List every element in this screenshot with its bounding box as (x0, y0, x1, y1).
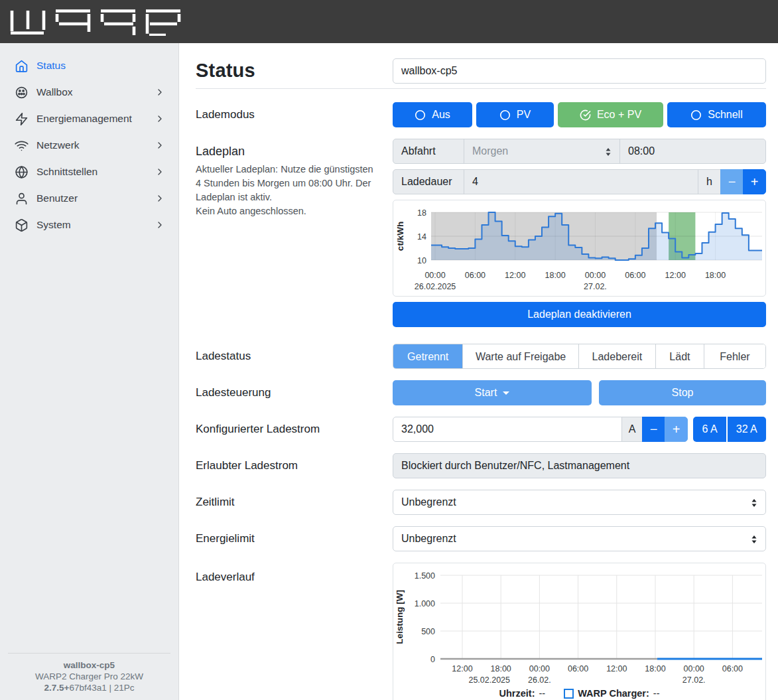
svg-text:18:00: 18:00 (545, 271, 565, 280)
caret-down-icon (503, 391, 509, 395)
status-warte-auf-freigabe[interactable]: Warte auf Freigabe (462, 344, 578, 369)
status-getrennt[interactable]: Getrennt (393, 344, 462, 369)
zeitlimit-label: Zeitlimit (196, 496, 393, 509)
top-header-bar (0, 0, 778, 43)
sidebar-item-status[interactable]: Status (0, 52, 178, 79)
status-laedt[interactable]: Lädt (655, 344, 704, 369)
sidebar-item-benutzer[interactable]: Benutzer (0, 185, 178, 212)
globe-icon (15, 165, 29, 179)
departure-time-input[interactable]: 08:00 (619, 139, 766, 164)
home-icon (15, 59, 29, 73)
svg-text:12:00: 12:00 (452, 664, 472, 673)
ladedauer-unit-label: h (698, 169, 721, 194)
chevron-right-icon (155, 113, 165, 124)
svg-text:14: 14 (417, 232, 426, 242)
stop-charging-button[interactable]: Stop (599, 380, 766, 405)
electricity-price-chart: 181410ct/kWh00:0006:0012:0018:0000:0006:… (393, 200, 765, 296)
svg-text:ct/kWh: ct/kWh (395, 222, 405, 251)
mode-pv-button[interactable]: PV (476, 102, 554, 127)
chevron-right-icon (155, 220, 165, 230)
ladeplan-label-block: Ladeplan Aktueller Ladeplan: Nutze die g… (196, 139, 393, 218)
user-icon (15, 192, 29, 206)
charge-history-chart: 1.5001.0005000Leistung [W]12:0018:0000:0… (393, 565, 765, 687)
chevron-right-icon (155, 87, 165, 98)
ladeplan-deactivate-button[interactable]: Ladeplan deaktivieren (393, 302, 766, 327)
svg-text:18:00: 18:00 (491, 664, 511, 673)
charge-current-input[interactable] (393, 417, 622, 442)
sidebar-item-label: Netzwerk (36, 139, 155, 151)
svg-text:1.000: 1.000 (415, 599, 435, 608)
display-name-input[interactable] (393, 58, 766, 84)
sidebar-item-label: System (36, 219, 155, 231)
firmware-version: 2.7.5+67bf43a1 | 21Pc (8, 682, 170, 693)
charge-status-segments: Getrennt Warte auf Freigabe Ladebereit L… (393, 344, 766, 369)
ladesteuerung-label: Ladesteuerung (196, 386, 393, 399)
legend-warp-charger: WARP Charger: -- (564, 688, 659, 699)
preset-32a-button[interactable]: 32 A (728, 417, 767, 442)
svg-text:06:00: 06:00 (568, 664, 588, 673)
select-arrows-icon (749, 498, 759, 511)
box-icon (15, 218, 29, 232)
current-plus-button[interactable]: + (665, 417, 688, 442)
chevron-right-icon (155, 140, 165, 151)
ladedauer-addon-label: Ladedauer (393, 169, 464, 194)
svg-text:00:00: 00:00 (424, 271, 445, 280)
select-arrows-icon (604, 147, 613, 160)
mode-schnell-button[interactable]: Schnell (667, 102, 766, 127)
ladestatus-label: Ladestatus (196, 350, 393, 363)
start-charging-button[interactable]: Start (393, 380, 592, 405)
sidebar-item-schnittstellen[interactable]: Schnittstellen (0, 159, 178, 185)
sidebar-item-label: Benutzer (36, 192, 155, 204)
main-content: Status Lademodus Aus PV Eco + PV (179, 43, 778, 700)
sidebar-item-netzwerk[interactable]: Netzwerk (0, 132, 178, 159)
sidebar-item-system[interactable]: System (0, 212, 178, 238)
device-hostname: wallbox-cp5 (8, 660, 170, 671)
svg-text:18:00: 18:00 (705, 271, 726, 280)
check-circle-icon (580, 109, 591, 121)
svg-text:10: 10 (417, 256, 426, 265)
svg-text:26.02.2025: 26.02.2025 (415, 282, 456, 291)
page-title: Status (196, 60, 255, 82)
circle-icon (690, 109, 702, 121)
sidebar-item-wallbox[interactable]: Wallbox (0, 79, 178, 105)
sidebar-item-label: Schnittstellen (36, 166, 155, 178)
svg-text:06:00: 06:00 (625, 271, 645, 280)
svg-text:27.02.: 27.02. (584, 282, 607, 291)
ladeplan-car-status: Kein Auto angeschlossen. (196, 204, 379, 218)
status-ladebereit[interactable]: Ladebereit (578, 344, 655, 369)
zap-icon (15, 112, 29, 126)
energy-limit-select[interactable]: Unbegrenzt (393, 526, 766, 551)
status-fehler[interactable]: Fehler (704, 344, 765, 369)
ladeplan-description: Aktueller Ladeplan: Nutze die günstigste… (196, 163, 379, 204)
wallbox-socket-icon (15, 86, 29, 100)
svg-text:500: 500 (421, 627, 435, 636)
mode-aus-button[interactable]: Aus (393, 102, 472, 127)
svg-text:06:00: 06:00 (722, 664, 743, 673)
circle-icon (415, 109, 426, 121)
legend-checkbox[interactable] (564, 689, 574, 699)
chevron-right-icon (155, 167, 165, 177)
ladedauer-minus-button[interactable]: − (720, 169, 744, 194)
preset-6a-button[interactable]: 6 A (693, 417, 726, 442)
svg-text:12:00: 12:00 (665, 271, 686, 280)
sidebar: Status Wallbox Energiemanagement Netzwer… (0, 43, 179, 700)
chevron-right-icon (155, 193, 165, 204)
price-chart-card: 181410ct/kWh00:0006:0012:0018:0000:0006:… (393, 200, 766, 297)
erlaubter-ladestrom-label: Erlaubter Ladestrom (196, 459, 393, 472)
sidebar-item-label: Status (36, 60, 165, 72)
energielimit-label: Energielimit (196, 532, 393, 545)
current-minus-button[interactable]: − (642, 417, 665, 442)
mode-eco-pv-button[interactable]: Eco + PV (558, 102, 663, 127)
departure-select[interactable]: Morgen (464, 139, 620, 164)
ladeplan-label: Ladeplan (196, 145, 393, 159)
abfahrt-addon-label: Abfahrt (393, 139, 464, 164)
time-limit-select[interactable]: Unbegrenzt (393, 490, 766, 515)
svg-text:1.500: 1.500 (415, 571, 435, 581)
ladedauer-plus-button[interactable]: + (743, 169, 766, 194)
svg-text:18: 18 (417, 208, 426, 218)
svg-text:0: 0 (430, 655, 435, 664)
ladedauer-value-input[interactable]: 4 (464, 169, 698, 194)
sidebar-item-energiemanagement[interactable]: Energiemanagement (0, 105, 178, 132)
ampere-unit-label: A (621, 417, 643, 442)
svg-text:25.02.2025: 25.02.2025 (468, 675, 510, 685)
